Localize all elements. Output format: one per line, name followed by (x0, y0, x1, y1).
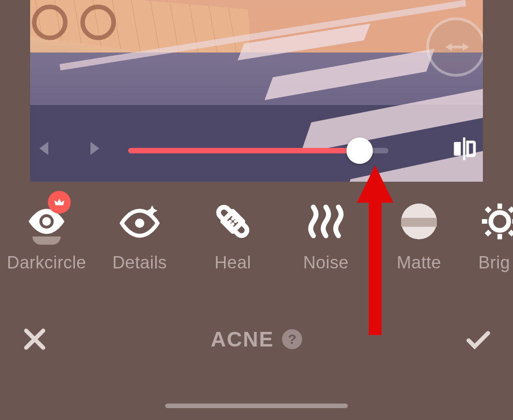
tool-label: Noise (279, 253, 372, 273)
tool-label: Darkcircle (0, 253, 93, 273)
compare-original-button[interactable] (426, 17, 483, 77)
intensity-slider[interactable] (128, 148, 388, 153)
tool-label: Brig (466, 253, 513, 273)
tool-noise[interactable]: Noise (279, 200, 372, 273)
cancel-button[interactable] (20, 325, 49, 354)
svg-point-6 (229, 220, 232, 223)
editor-title-group: ACNE ? (211, 327, 302, 352)
bottom-bar: ACNE ? (0, 307, 513, 372)
svg-point-8 (231, 222, 234, 226)
bandage-icon (211, 200, 254, 243)
svg-rect-0 (463, 137, 466, 160)
svg-point-7 (234, 220, 237, 223)
home-indicator (165, 404, 348, 408)
photo-editor-root: Darkcircle Details Heal Noise Matte (0, 0, 513, 420)
split-compare-button[interactable] (450, 135, 478, 163)
redo-button[interactable] (79, 135, 106, 162)
tool-label: Details (93, 253, 186, 273)
editor-title: ACNE (211, 327, 274, 352)
tool-heal[interactable]: Heal (186, 200, 279, 273)
tool-matte[interactable]: Matte (372, 200, 466, 273)
brightness-icon (478, 200, 513, 243)
svg-rect-10 (401, 218, 437, 227)
slider-thumb[interactable] (346, 137, 373, 164)
apply-button[interactable] (464, 325, 493, 354)
tool-label: Heal (186, 253, 279, 273)
undo-redo-group (33, 135, 106, 162)
tool-details[interactable]: Details (93, 200, 186, 273)
eye-darkcircle-icon (25, 200, 68, 243)
tool-strip[interactable]: Darkcircle Details Heal Noise Matte (0, 182, 513, 307)
question-icon: ? (288, 331, 296, 347)
svg-point-2 (135, 219, 144, 228)
noise-waves-icon (304, 200, 347, 243)
matte-sphere-icon (398, 200, 440, 243)
tool-brightness[interactable]: Brig (466, 200, 513, 273)
svg-rect-4 (223, 211, 243, 231)
svg-point-11 (491, 212, 508, 230)
svg-point-1 (42, 217, 51, 226)
eye-sparkle-icon (118, 200, 161, 243)
undo-button[interactable] (33, 135, 59, 162)
help-button[interactable]: ? (282, 329, 302, 349)
tool-darkcircle[interactable]: Darkcircle (0, 200, 93, 273)
premium-badge-icon (48, 191, 71, 214)
tool-label: Matte (372, 253, 466, 273)
svg-point-5 (231, 217, 234, 220)
